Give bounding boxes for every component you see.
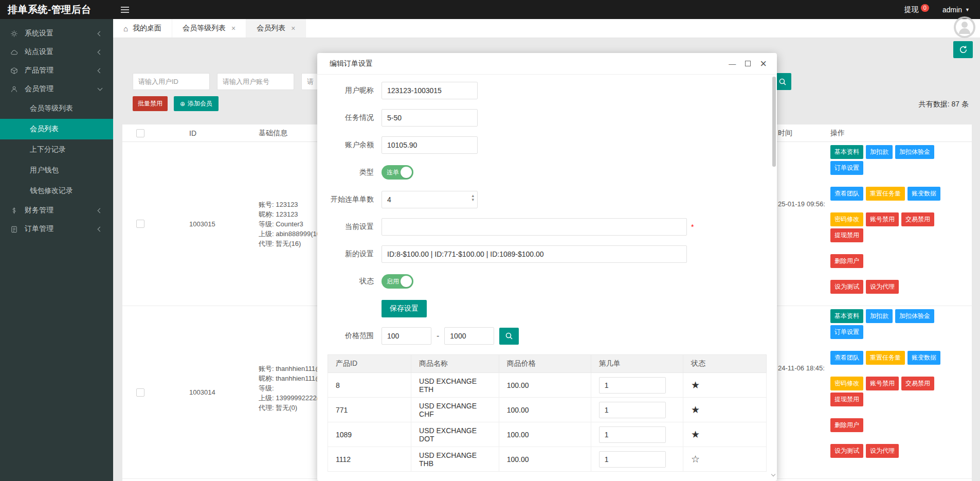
sidebar-item-2[interactable]: 产品管理 [0,61,113,80]
add-member-button[interactable]: ⊕ 添加会员 [174,96,219,111]
sidebar-item-label: 系统设置 [25,29,98,38]
action-button[interactable]: 基本资料 [830,309,863,323]
app-title: 排单系统-管理后台 [0,3,113,16]
action-button[interactable]: 订单设置 [830,325,863,339]
action-button[interactable]: 账号禁用 [866,377,899,390]
avatar-placeholder[interactable] [953,16,976,41]
action-button[interactable]: 提现禁用 [830,393,863,406]
price-min-input[interactable] [382,327,431,345]
sidebar-item-label: 产品管理 [25,66,98,75]
sidebar-item-0[interactable]: 系统设置 [0,24,113,43]
action-button[interactable]: 设为测试 [830,444,863,458]
field-label-new-setting: 新的设置 [325,250,382,259]
cell-product-price: 100.00 [499,422,591,447]
sidebar-item-label: 会员管理 [25,84,98,94]
user-menu[interactable]: admin ▼ [942,6,970,14]
modal-header[interactable]: 编辑订单设置 — × [317,53,777,75]
star-filled-icon[interactable]: ★ [691,404,700,415]
action-button[interactable]: 交易禁用 [901,377,934,390]
action-button[interactable]: 加扣款 [866,309,893,323]
action-button[interactable]: 加扣体验金 [895,145,934,159]
tab-2[interactable]: 会员列表× [246,19,306,38]
withdraw-link[interactable]: 提现 0 [904,5,929,14]
price-max-input[interactable] [444,327,494,345]
save-settings-button[interactable]: 保存设置 [382,300,427,317]
sidebar-item-1[interactable]: 站点设置 [0,43,113,61]
batch-disable-button[interactable]: 批量禁用 [133,96,168,111]
balance-input[interactable] [382,136,478,154]
refresh-button[interactable] [953,41,973,58]
cell-product-name: USD EXCHANGE ETH [411,373,499,398]
sidebar-subitem[interactable]: 上下分记录 [0,139,113,160]
nickname-input[interactable] [382,82,478,99]
toolbar-buttons: 批量禁用 ⊕ 添加会员 [133,96,219,111]
action-button[interactable]: 密码修改 [830,377,863,390]
price-search-button[interactable] [499,328,519,345]
tab-1[interactable]: 会员等级列表× [172,19,246,38]
current-setting-input[interactable] [382,218,687,236]
sidebar-item-3[interactable]: 会员管理 [0,80,113,98]
field-label-price-range: 价格范围 [325,331,382,341]
total-count-text: 共有数据: 87 条 [919,100,969,109]
order-number-input[interactable] [599,377,666,394]
order-number-input[interactable] [599,451,666,468]
sidebar-subitem[interactable]: 会员列表 [0,119,113,139]
search-user-id-input[interactable] [133,73,210,90]
hamburger-menu-icon[interactable] [113,0,137,19]
order-number-input[interactable] [599,402,666,418]
action-button[interactable]: 订单设置 [830,161,863,175]
action-button[interactable]: 加扣款 [866,145,893,159]
sidebar-item-4[interactable]: 财务管理 [0,201,113,220]
action-button[interactable]: 重置任务量 [866,351,905,365]
action-button[interactable]: 账号禁用 [866,212,899,226]
scroll-down-icon[interactable] [772,469,775,478]
action-button[interactable]: 设为代理 [866,280,899,294]
action-button[interactable]: 设为代理 [866,444,899,458]
close-icon[interactable]: × [760,58,767,69]
sidebar-subitem[interactable]: 钱包修改记录 [0,181,113,201]
action-button[interactable]: 账变数据 [908,187,940,201]
action-button[interactable]: 设为测试 [830,280,863,294]
action-button[interactable]: 提现禁用 [830,228,863,242]
action-button[interactable]: 密码修改 [830,212,863,226]
select-all-checkbox[interactable] [136,129,144,137]
tab-0[interactable]: ⌂我的桌面 [113,19,172,38]
new-setting-input[interactable] [382,245,687,263]
star-filled-icon[interactable]: ★ [691,380,700,390]
sidebar-subitem[interactable]: 会员等级列表 [0,98,113,119]
row-checkbox[interactable] [136,220,144,228]
minimize-icon[interactable]: — [729,60,736,67]
modal-scrollbar[interactable] [772,77,776,167]
task-input[interactable] [382,109,478,127]
cell-member-id: 1003015 [158,142,235,306]
tabbar: ⌂我的桌面会员等级列表×会员列表× [113,19,980,38]
status-toggle[interactable]: 启用 [382,274,413,289]
action-button[interactable]: 重置任务量 [866,187,905,201]
sidebar-item-5[interactable]: 订单管理 [0,220,113,238]
action-button[interactable]: 删除用户 [830,254,863,268]
sidebar-subitem[interactable]: 用户钱包 [0,160,113,181]
row-checkbox[interactable] [136,388,144,397]
cell-product-id: 8 [328,373,411,398]
price-range-separator: - [437,331,439,341]
star-outline-icon[interactable]: ☆ [691,454,700,465]
action-button[interactable]: 查看团队 [830,351,863,365]
maximize-icon[interactable] [745,61,751,66]
action-button[interactable]: 加扣体验金 [895,309,934,323]
cell-product-id: 1112 [328,447,411,472]
start-count-input[interactable] [382,191,478,208]
cell-product-price: 100.00 [499,373,591,398]
close-icon[interactable]: × [231,24,235,32]
action-button[interactable]: 账变数据 [908,351,940,365]
type-toggle[interactable]: 连单 [382,165,413,180]
action-button[interactable]: 交易禁用 [901,212,934,226]
stepper-down-icon[interactable]: ▾ [471,198,474,202]
close-icon[interactable]: × [291,24,295,32]
order-number-input[interactable] [599,426,666,443]
action-button[interactable]: 删除用户 [830,418,863,432]
search-user-account-input[interactable] [217,73,294,90]
type-toggle-label: 连单 [382,168,399,177]
star-filled-icon[interactable]: ★ [691,429,700,440]
action-button[interactable]: 基本资料 [830,145,863,159]
action-button[interactable]: 查看团队 [830,187,863,201]
